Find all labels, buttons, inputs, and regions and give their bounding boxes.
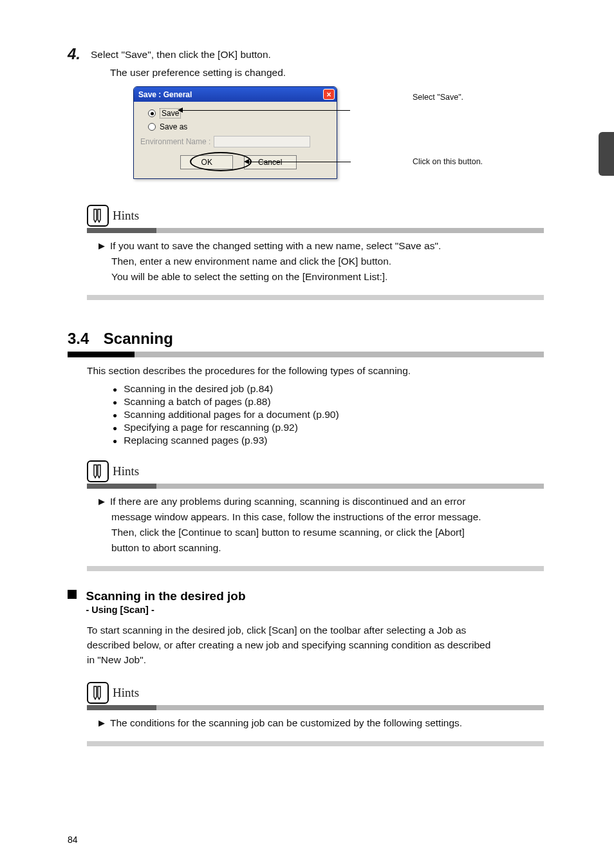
bullet-5: Replacing scanned pages (p.93)	[113, 435, 544, 446]
bullet-2: Scanning a batch of pages (p.88)	[113, 396, 544, 408]
side-chapter-tab	[599, 132, 614, 176]
subsection-subtitle: - Using [Scan] -	[86, 605, 245, 615]
hints-icon	[87, 682, 109, 704]
callout-select-save: Select "Save".	[413, 93, 463, 102]
hints2-l1: If there are any problems during scannin…	[110, 496, 465, 507]
callout-click-ok: Click on this button.	[413, 157, 483, 166]
hints-1: Hints ▶If you want to save the changed s…	[68, 205, 544, 300]
arrow-1-head	[178, 108, 183, 113]
hints2-l3: Then, click the [Continue to scan] butto…	[111, 525, 544, 540]
hints1-line2: Then, enter a new environment name and c…	[111, 254, 544, 269]
save-dialog: Save : General × Save Save as Environmen…	[133, 86, 337, 179]
arrow-2-head	[244, 159, 249, 164]
hints-2: Hints ▶If there are any problems during …	[68, 460, 544, 571]
hints1-line3: You will be able to select the setting o…	[111, 269, 544, 285]
subsection-heading: Scanning in the desired job - Using [Sca…	[68, 589, 544, 615]
bullet-3: Scanning additional pages for a document…	[113, 409, 544, 420]
square-bullet-icon	[68, 590, 77, 599]
arrow-1-line	[181, 110, 350, 111]
hints2-l4: button to abort scanning.	[111, 540, 544, 556]
page-number: 84	[68, 835, 78, 845]
dialog-title: Save : General	[138, 90, 192, 99]
hints1-line1: If you want to save the changed setting …	[110, 240, 441, 251]
dialog-titlebar: Save : General ×	[134, 87, 337, 102]
hints-title: Hints	[113, 209, 139, 223]
hints-title: Hints	[113, 686, 139, 700]
section-heading: 3.4 Scanning	[68, 330, 544, 357]
step-4: 4. Select "Save", then click the [OK] bu…	[68, 45, 544, 63]
radio-save-as-label: Save as	[160, 122, 187, 131]
hints-3: Hints ▶The conditions for the scanning j…	[68, 682, 544, 746]
hints3-text: The conditions for the scanning job can …	[110, 717, 462, 728]
radio-save-as[interactable]: Save as	[148, 122, 329, 131]
close-icon[interactable]: ×	[323, 89, 335, 100]
section-intro: This section describes the procedures fo…	[87, 365, 544, 377]
section-title: Scanning	[104, 330, 173, 347]
env-name-input	[214, 136, 310, 147]
step-text: Select "Save", then click the [OK] butto…	[91, 45, 271, 61]
hints2-l2: message window appears. In this case, fo…	[111, 509, 544, 525]
bullet-1: Scanning in the desired job (p.84)	[113, 383, 544, 395]
env-name-label: Environment Name :	[140, 137, 211, 146]
bullet-4: Specifying a page for rescanning (p.92)	[113, 422, 544, 433]
arrow-2-line	[248, 162, 351, 162]
ok-button[interactable]: OK	[180, 155, 233, 169]
hints-icon	[87, 460, 109, 482]
subsection-title: Scanning in the desired job	[86, 589, 245, 603]
step-result: The user preference setting is changed.	[110, 67, 544, 79]
section-number: 3.4	[68, 330, 89, 347]
step-number: 4.	[68, 45, 91, 63]
scan-type-list: Scanning in the desired job (p.84) Scann…	[113, 383, 544, 446]
hints-title: Hints	[113, 464, 139, 478]
hints-icon	[87, 205, 109, 227]
subsection-paragraph: To start scanning in the desired job, cl…	[87, 623, 544, 668]
